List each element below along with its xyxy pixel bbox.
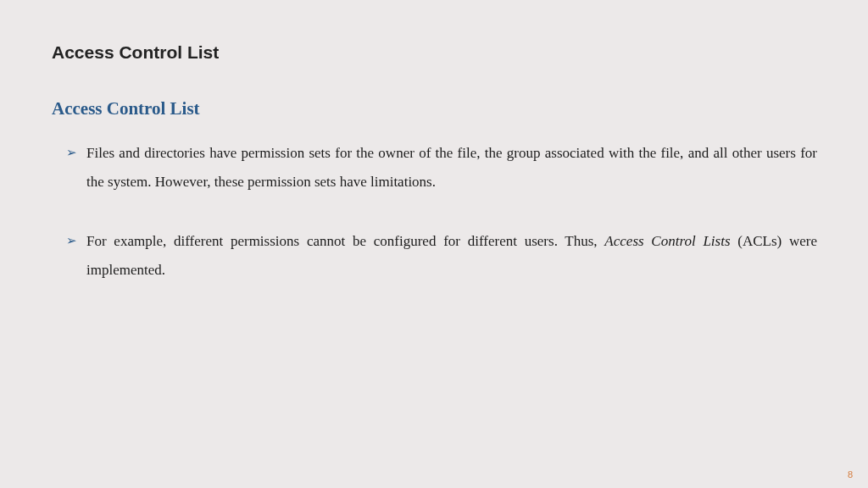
bullet-item: ➢ For example, different permissions can…	[66, 227, 817, 285]
chevron-right-icon: ➢	[66, 227, 77, 255]
page-number: 8	[848, 469, 853, 480]
bullet-item: ➢ Files and directories have permission …	[66, 139, 817, 197]
slide-sub-title: Access Control List	[52, 98, 200, 119]
bullet-list: ➢ Files and directories have permission …	[66, 139, 817, 315]
bullet-text: Files and directories have permission se…	[86, 145, 817, 190]
chevron-right-icon: ➢	[66, 139, 77, 167]
bullet-text: For example, different permissions canno…	[86, 233, 817, 278]
slide-main-title: Access Control List	[52, 42, 219, 63]
